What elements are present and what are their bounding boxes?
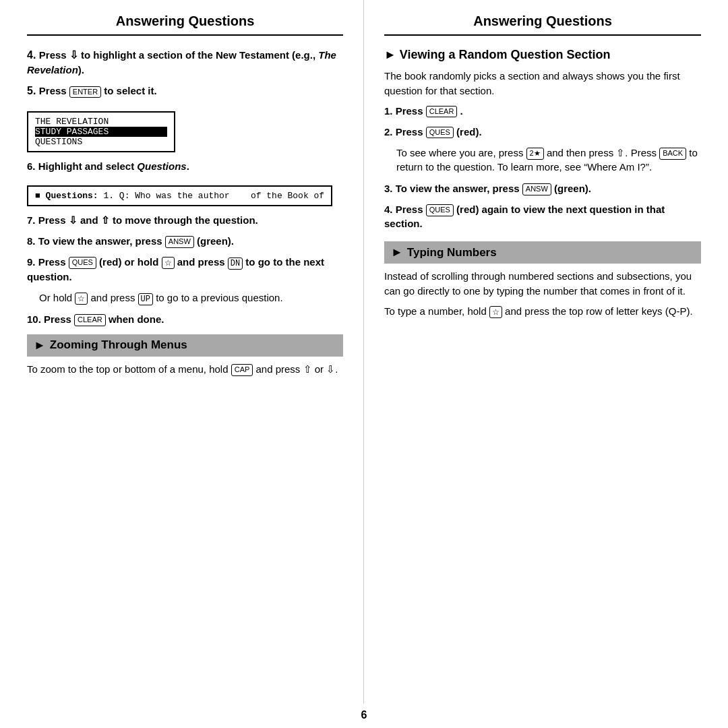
step-5-cont: to select it. <box>104 85 156 96</box>
star-icon-typing: ☆ <box>489 306 502 318</box>
zoom-section-header: ► Zooming Through Menus <box>27 334 343 357</box>
step-9-red: (red) or hold <box>99 256 162 268</box>
clear-key-10: CLEAR <box>74 314 106 326</box>
step-9: 9. Press QUES (red) or hold ☆ and press … <box>27 255 343 284</box>
star-icon-sub: ☆ <box>75 293 88 305</box>
right-step-2-red: (red). <box>456 126 482 138</box>
step-10-end: when done. <box>109 313 164 325</box>
step-10-text: 10. Press <box>27 313 74 325</box>
right-step-4-text: 4. Press <box>384 204 426 215</box>
up-icon-sub: UP <box>138 293 153 305</box>
right-step-3-green: (green). <box>554 183 591 194</box>
step-9-text: 9. Press <box>27 256 69 268</box>
random-section-para: The book randomly picks a section and al… <box>384 69 701 98</box>
q-line-2: 1. Q: Who was the author <box>103 191 229 201</box>
page-number: 6 <box>0 704 728 728</box>
step-8: 8. To view the answer, press ANSW (green… <box>27 234 343 248</box>
right-column-header: Answering Questions <box>384 13 701 36</box>
step-9-sub: Or hold ☆ and press UP to go to a previo… <box>39 291 343 305</box>
step-8-text: 8. To view the answer, press <box>27 235 165 247</box>
left-column-header: Answering Questions <box>27 13 343 36</box>
random-arrow-icon: ► <box>384 48 400 61</box>
step-6: 6. Highlight and select Questions. <box>27 159 343 173</box>
star-icon-9: ☆ <box>162 257 175 269</box>
two-star-key: 2★ <box>526 148 544 160</box>
right-step-3: 3. To view the answer, press ANSW (green… <box>384 181 701 195</box>
zoom-text-2: and press ⇧ or ⇩. <box>255 363 338 375</box>
screen-line-1: THE REVELATION <box>35 117 167 127</box>
ques-key-r4: QUES <box>426 204 454 216</box>
step-9-sub-end: to go to a previous question. <box>156 292 282 303</box>
right-step-1-text: 1. Press <box>384 105 426 117</box>
screen-display: THE REVELATION STUDY PASSAGES QUESTIONS <box>27 111 175 152</box>
answ-key-8: ANSW <box>165 236 194 247</box>
zoom-section-title: Zooming Through Menus <box>50 338 187 352</box>
step-7-text: 7. Press ⇩ and ⇧ to move through the que… <box>27 214 258 226</box>
q-line-1: ■ Questions: <box>35 191 98 201</box>
right-step-1-end: . <box>460 105 463 117</box>
step-10: 10. Press CLEAR when done. <box>27 312 343 326</box>
two-column-layout: Answering Questions 4. Press ⇩ to highli… <box>0 0 728 704</box>
enter-key: ENTER <box>69 86 101 98</box>
typing-section-title: Typing Numbers <box>407 246 497 260</box>
typing-text-3: and press the top row of letter keys (Q-… <box>505 305 692 317</box>
ques-key-r2: QUES <box>426 127 454 138</box>
r2-sub-text2: and then press ⇧. Press <box>547 147 659 158</box>
back-key: BACK <box>659 148 686 160</box>
typing-para-1: Instead of scrolling through numbered se… <box>384 269 701 299</box>
step-5: 5. Press ENTER to select it. <box>27 84 343 98</box>
ques-key-9: QUES <box>69 257 96 268</box>
typing-section-header: ► Typing Numbers <box>384 241 701 264</box>
step-5-num: 5. <box>27 85 39 96</box>
right-step-2: 2. Press QUES (red). <box>384 125 701 139</box>
clear-key-r1: CLEAR <box>426 106 458 117</box>
typing-para-2: To type a number, hold ☆ and press the t… <box>384 304 701 319</box>
zoom-arrow-icon: ► <box>34 338 46 353</box>
random-para-text: The book randomly picks a section and al… <box>384 70 680 96</box>
random-section-header-container: ► Viewing a Random Question Section <box>384 48 701 62</box>
typing-text-2: To type a number, hold <box>384 305 489 317</box>
right-step-2-text: 2. Press <box>384 126 426 138</box>
screen-line-2-highlighted: STUDY PASSAGES <box>35 127 167 137</box>
step-9-and: and press <box>177 256 228 268</box>
step-4-text: Press <box>39 49 69 61</box>
random-section-title: Viewing a Random Question Section <box>400 48 611 61</box>
typing-arrow-icon: ► <box>391 245 403 260</box>
questions-display: ■ Questions: 1. Q: Who was the author of… <box>27 185 332 206</box>
right-step-4: 4. Press QUES (red) again to view the ne… <box>384 202 701 231</box>
typing-text-1: Instead of scrolling through numbered se… <box>384 270 692 297</box>
step-4: 4. Press ⇩ to highlight a section of the… <box>27 48 343 77</box>
down-arrow-icon: ⇩ <box>69 49 78 61</box>
step-6-text: 6. Highlight and select Questions. <box>27 160 189 172</box>
screen-line-3: QUESTIONS <box>35 137 167 147</box>
q-line-3: of the Book of <box>235 191 324 201</box>
zoom-para: To zoom to the top or bottom of a menu, … <box>27 362 343 377</box>
right-step-3-text: 3. To view the answer, press <box>384 183 522 194</box>
answ-key-r3: ANSW <box>522 183 551 195</box>
right-step-1: 1. Press CLEAR . <box>384 104 701 118</box>
cap-key: CAP <box>231 364 253 376</box>
r2-sub-text1: To see where you are, press <box>396 147 526 158</box>
step-4-num: 4. <box>27 49 39 61</box>
step-9-sub-text: Or hold <box>39 292 75 303</box>
step-7: 7. Press ⇩ and ⇧ to move through the que… <box>27 213 343 227</box>
step-5-text: Press <box>39 85 69 96</box>
step-8-green: (green). <box>197 235 234 247</box>
right-step-2-sub: To see where you are, press 2★ and then … <box>396 146 701 175</box>
zoom-text-1: To zoom to the top or bottom of a menu, … <box>27 363 231 375</box>
page-container: Answering Questions 4. Press ⇩ to highli… <box>0 0 728 728</box>
step-9-sub-and: and press <box>91 292 138 303</box>
right-column: Answering Questions ► Viewing a Random Q… <box>364 0 728 704</box>
left-column: Answering Questions 4. Press ⇩ to highli… <box>0 0 364 704</box>
dn-icon-9: DN <box>228 257 243 270</box>
